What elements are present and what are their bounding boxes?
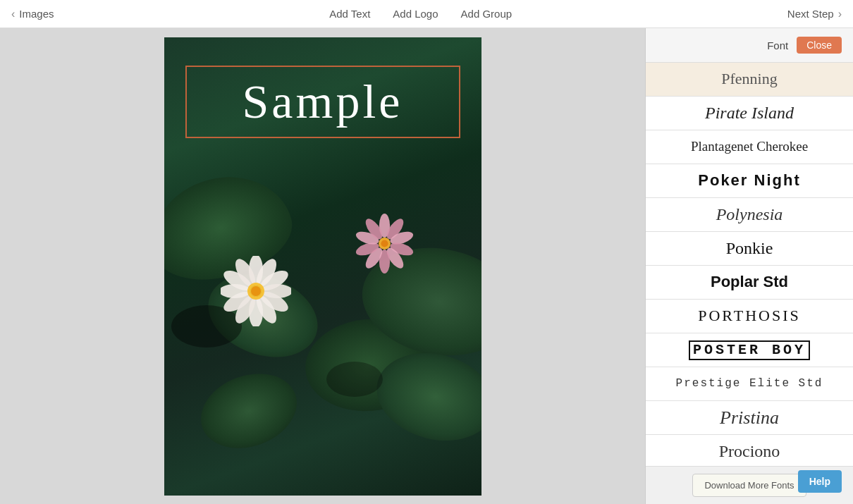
help-button[interactable]: Help — [798, 470, 842, 493]
water-reflection-2 — [326, 362, 383, 397]
font-item-prociono[interactable]: Prociono — [646, 435, 853, 466]
font-item-ponkie[interactable]: Ponkie — [646, 232, 853, 266]
font-item-pirate-island[interactable]: Pirate Island — [646, 97, 853, 130]
add-text-button[interactable]: Add Text — [329, 8, 370, 20]
font-item-poplar[interactable]: Poplar Std — [646, 266, 853, 300]
next-step-button[interactable]: Next Step › — [787, 8, 842, 20]
chevron-right-icon: › — [838, 8, 842, 20]
close-font-panel-button[interactable]: Close — [797, 37, 842, 54]
text-overlay-box[interactable]: Sample — [185, 66, 460, 138]
download-more-fonts-button[interactable]: Download More Fonts — [692, 474, 806, 497]
font-panel: Font Close PfenningPirate IslandPlantage… — [645, 28, 853, 504]
sample-text: Sample — [243, 75, 403, 128]
font-item-posterboy[interactable]: Poster Boy — [646, 333, 853, 367]
font-item-plantagenet[interactable]: Plantagenet Cherokee — [646, 130, 853, 164]
font-item-porthosis[interactable]: Porthosis — [646, 300, 853, 333]
pink-flower — [355, 214, 415, 273]
top-navigation: ‹ Images Add Text Add Logo Add Group Nex… — [0, 0, 853, 28]
back-button[interactable]: ‹ Images — [11, 8, 54, 20]
image-container: Sample — [164, 37, 481, 496]
font-panel-header: Font Close — [646, 28, 853, 63]
white-flower — [221, 256, 291, 326]
svg-point-13 — [251, 286, 261, 296]
font-item-pfenning[interactable]: Pfenning — [646, 63, 853, 97]
canvas-area: Sample — [0, 28, 645, 504]
font-list: PfenningPirate IslandPlantagenet Cheroke… — [646, 63, 853, 466]
font-item-poker-night[interactable]: Poker Night — [646, 164, 853, 198]
font-panel-label: Font — [767, 39, 788, 51]
back-label: Images — [19, 8, 54, 20]
font-item-prestige[interactable]: Prestige Elite Std — [646, 367, 853, 401]
add-group-button[interactable]: Add Group — [461, 8, 513, 20]
main-content: Sample Font Close PfenningPirate IslandP… — [0, 28, 853, 504]
font-item-polynesia[interactable]: Polynesia — [646, 198, 853, 232]
lily-pad-5 — [190, 361, 307, 461]
chevron-left-icon: ‹ — [11, 8, 15, 20]
font-item-pristina[interactable]: Pristina — [646, 401, 853, 435]
svg-point-25 — [381, 240, 388, 247]
add-logo-button[interactable]: Add Logo — [393, 8, 438, 20]
nav-center: Add Text Add Logo Add Group — [329, 8, 512, 20]
lily-pond-background: Sample — [164, 37, 481, 496]
next-step-label: Next Step — [787, 8, 834, 20]
